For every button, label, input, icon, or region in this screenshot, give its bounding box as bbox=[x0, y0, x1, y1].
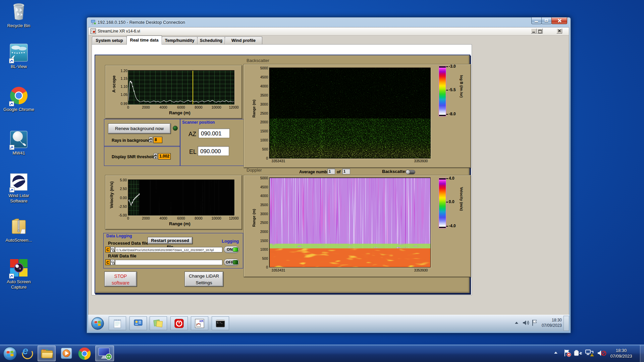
processed-browse-button[interactable] bbox=[110, 247, 115, 252]
taskbar-remote-desktop[interactable] bbox=[95, 346, 114, 361]
start-button[interactable] bbox=[2, 346, 19, 361]
remote-start-button[interactable] bbox=[91, 317, 104, 330]
remote-taskbar-streamline-vi[interactable]: XR bbox=[191, 316, 208, 330]
logging-label: Logging bbox=[222, 239, 239, 244]
desktop-icon-autoscreen-zip[interactable]: AutoScreen... bbox=[1, 217, 36, 243]
axis-tick: 5000 bbox=[255, 66, 268, 70]
axis-tick: 4000 bbox=[255, 194, 268, 198]
desktop-icon-auto-screen-capture[interactable]: Auto Screen Capture bbox=[1, 259, 36, 290]
app-titlebar[interactable]: StreamLine XR v14-6.vi bbox=[89, 27, 569, 36]
remote-show-desktop-button[interactable] bbox=[564, 316, 569, 331]
remote-taskbar-notepad[interactable] bbox=[109, 316, 126, 330]
close-button[interactable] bbox=[551, 17, 567, 24]
taskbar-internet-explorer[interactable]: e bbox=[20, 346, 35, 361]
desktop-icon-label: MW41 bbox=[1, 150, 36, 156]
backscatter-plot-area[interactable] bbox=[269, 68, 431, 159]
rdp-titlebar[interactable]: 192.168.0.150 - Remote Desktop Connectio… bbox=[87, 17, 571, 27]
doppler-title: Doppler bbox=[247, 168, 262, 173]
raw-browse-button[interactable] bbox=[110, 259, 115, 265]
axis-tick: -2.50 bbox=[114, 204, 127, 208]
backscatter-toggle[interactable] bbox=[407, 170, 415, 174]
mw41-icon bbox=[10, 131, 28, 149]
spin-up-icon[interactable] bbox=[154, 153, 157, 156]
taskbar-windows-explorer[interactable] bbox=[38, 346, 56, 361]
doppler-colorbar bbox=[439, 178, 446, 228]
taskbar-media-player[interactable] bbox=[59, 346, 74, 361]
show-desktop-button[interactable] bbox=[640, 345, 644, 362]
snr-value-field[interactable]: 1.002 bbox=[158, 153, 171, 160]
tab-temp-humidity[interactable]: Temp/humidity bbox=[162, 37, 198, 44]
axis-tick: 10000 bbox=[211, 105, 221, 109]
clock-time: 18:30 bbox=[604, 348, 638, 353]
velocity-plot-area[interactable] bbox=[128, 180, 234, 216]
windows-start-orb-icon bbox=[91, 317, 104, 330]
desktop-icon-bl-view[interactable]: BL-View bbox=[1, 44, 36, 69]
tab-wind-profile[interactable]: Wind profile bbox=[225, 37, 262, 44]
windows-start-orb-icon bbox=[3, 346, 17, 361]
app-minimize-button[interactable] bbox=[531, 28, 537, 34]
maximize-button[interactable] bbox=[541, 17, 552, 24]
spin-up-icon[interactable] bbox=[149, 137, 153, 139]
app-close-button[interactable] bbox=[556, 28, 562, 34]
tab-system-setup[interactable]: System setup bbox=[92, 37, 127, 44]
velocity-graph-frame: Velocity (m/s) 5.00 2.50 0.00 -2.50 -5.0… bbox=[105, 175, 242, 230]
az-value-field[interactable]: 090.001 bbox=[198, 128, 230, 138]
remote-taskbar-clock[interactable]: 18:30 07/09/2023 bbox=[542, 317, 562, 328]
processed-logging-toggle[interactable]: ON bbox=[224, 246, 239, 253]
processed-drive-button[interactable]: C bbox=[105, 247, 110, 252]
axis-tick: 1500 bbox=[255, 129, 268, 133]
raw-drive-button[interactable]: C bbox=[105, 259, 110, 265]
remote-tray-expand-icon[interactable] bbox=[515, 322, 518, 324]
taskbar-google-chrome[interactable] bbox=[76, 346, 93, 361]
remote-tray-volume-icon[interactable] bbox=[522, 319, 530, 327]
auto-screen-capture-icon bbox=[10, 259, 28, 278]
ascope-plot-area[interactable] bbox=[128, 70, 234, 105]
axis-tick: 0 bbox=[127, 105, 129, 109]
spin-down-icon[interactable] bbox=[154, 156, 157, 159]
doppler-plot-area[interactable] bbox=[269, 178, 431, 267]
desktop-icon-google-chrome[interactable]: Google Chrome bbox=[1, 86, 36, 112]
raw-path-field[interactable] bbox=[115, 260, 222, 265]
axis-tick: 6000 bbox=[177, 216, 185, 220]
tray-expand-icon[interactable] bbox=[554, 352, 557, 354]
backscatter-colorbar bbox=[439, 66, 446, 116]
axis-tick: 0 bbox=[255, 265, 268, 269]
colorbar-tick: 4.0 bbox=[446, 176, 454, 181]
sticky-notes-icon bbox=[153, 318, 164, 328]
remote-taskbar-sticky-notes[interactable] bbox=[150, 316, 167, 330]
ascope-graph-frame: A-scope 1.20 1.15 1.10 1.05 0.99 0 2000 … bbox=[105, 65, 242, 119]
snr-spinner[interactable] bbox=[154, 153, 157, 159]
el-value-field[interactable]: 090.000 bbox=[198, 146, 229, 156]
tab-scheduling[interactable]: Scheduling bbox=[197, 37, 225, 44]
axis-tick: 1500 bbox=[255, 239, 268, 243]
tab-real-time-data[interactable]: Real time data bbox=[126, 36, 162, 45]
remote-taskbar-power-app[interactable] bbox=[170, 316, 188, 330]
app-maximize-button[interactable] bbox=[537, 28, 543, 34]
average-number-field[interactable]: 1 bbox=[327, 169, 335, 174]
desktop-icon-wind-lidar-software[interactable]: Wind Lidar Software bbox=[1, 173, 36, 204]
rays-spinner[interactable] bbox=[149, 137, 153, 143]
colorbar-tick: -4.0 bbox=[446, 224, 456, 228]
remote-desktop-icon bbox=[91, 19, 96, 26]
remote-tray-action-center-icon[interactable] bbox=[531, 319, 539, 328]
minimize-button[interactable] bbox=[531, 17, 542, 24]
rays-value-field[interactable]: 8 bbox=[153, 137, 162, 143]
tray-power-icon[interactable] bbox=[574, 350, 582, 358]
raw-logging-toggle[interactable]: OFF bbox=[224, 259, 239, 266]
processed-path-field[interactable]: C:\Lidar\Data\Proc\2023\202309\20230907\… bbox=[115, 247, 222, 252]
desktop-icon-mw41[interactable]: MW41 bbox=[1, 131, 36, 156]
stop-software-button[interactable]: STOPsoftware bbox=[104, 272, 137, 287]
tray-action-center-icon[interactable] bbox=[564, 349, 572, 359]
average-total-field[interactable]: 1 bbox=[342, 169, 350, 174]
remote-taskbar-display-settings[interactable] bbox=[129, 316, 147, 330]
taskbar-clock[interactable]: 18:30 07/09/2023 bbox=[604, 348, 638, 359]
desktop-icon-recycle-bin[interactable]: Recycle Bin bbox=[1, 2, 36, 28]
tray-network-icon[interactable] bbox=[585, 349, 594, 359]
remote-taskbar-command-prompt[interactable]: C:\_ bbox=[212, 316, 229, 330]
restart-processed-file-button[interactable]: Restart processed file bbox=[148, 237, 193, 244]
renew-background-button[interactable]: Renew background now bbox=[108, 123, 171, 134]
display-settings-icon bbox=[133, 318, 143, 328]
change-lidar-settings-button[interactable]: Change LiDARSettings bbox=[184, 272, 223, 287]
spin-down-icon[interactable] bbox=[149, 140, 153, 142]
axis-tick: 0 bbox=[127, 216, 129, 220]
